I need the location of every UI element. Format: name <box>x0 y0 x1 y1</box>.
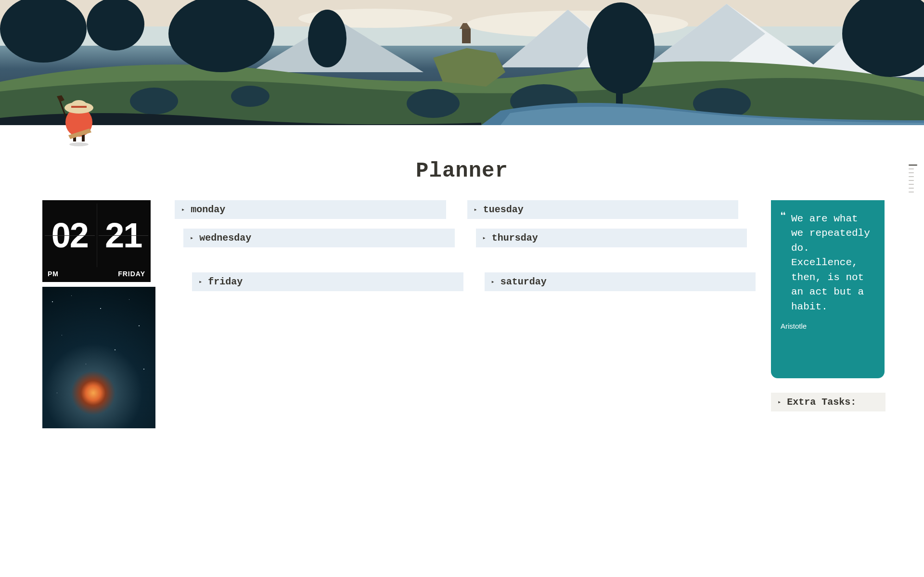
quote-author: Aristotle <box>781 322 875 330</box>
svg-rect-30 <box>82 135 85 141</box>
toggle-monday[interactable]: ▸ monday <box>175 200 446 219</box>
toggle-extra-tasks[interactable]: ▸ Extra Tasks: <box>771 393 886 411</box>
disclosure-icon: ▸ <box>190 234 193 242</box>
clock-day: FRIDAY <box>118 270 145 278</box>
day-label-tuesday: tuesday <box>483 204 524 215</box>
quote-icon: ❝ <box>780 212 786 223</box>
clock-widget: 02 21 PM FRIDAY <box>42 200 151 282</box>
page-title: Planner <box>0 159 924 183</box>
svg-point-13 <box>87 0 144 51</box>
page-outline-indicator[interactable] <box>909 165 917 192</box>
svg-point-14 <box>168 0 274 72</box>
nebula-image-widget <box>42 287 155 428</box>
quote-card: ❝ We are what we repeatedly do. Excellen… <box>771 200 885 378</box>
svg-point-12 <box>0 0 87 63</box>
svg-rect-18 <box>616 67 623 106</box>
disclosure-icon: ▸ <box>181 206 185 213</box>
day-label-saturday: saturday <box>500 276 547 287</box>
disclosure-icon: ▸ <box>474 206 477 213</box>
svg-point-21 <box>407 89 460 118</box>
disclosure-icon: ▸ <box>199 278 202 285</box>
disclosure-icon: ▸ <box>778 398 781 406</box>
extra-tasks-label: Extra Tasks: <box>787 397 856 408</box>
svg-point-15 <box>308 10 346 67</box>
day-label-wednesday: wednesday <box>199 232 251 244</box>
svg-point-31 <box>69 142 89 146</box>
svg-point-19 <box>130 88 178 115</box>
disclosure-icon: ▸ <box>483 234 486 242</box>
disclosure-icon: ▸ <box>491 278 495 285</box>
day-label-monday: monday <box>191 204 225 215</box>
day-label-thursday: thursday <box>492 232 538 244</box>
toggle-wednesday[interactable]: ▸ wednesday <box>183 229 455 247</box>
svg-rect-28 <box>71 106 87 108</box>
toggle-thursday[interactable]: ▸ thursday <box>476 229 747 247</box>
svg-point-20 <box>231 86 270 107</box>
day-label-friday: friday <box>208 276 243 287</box>
svg-rect-10 <box>462 29 471 43</box>
svg-point-27 <box>71 100 87 110</box>
cover-image <box>0 0 924 125</box>
clock-meridiem: PM <box>48 270 59 278</box>
quote-text: We are what we repeatedly do. Excellence… <box>791 212 875 314</box>
clock-minutes: 21 <box>97 201 151 270</box>
toggle-saturday[interactable]: ▸ saturday <box>485 272 756 291</box>
toggle-tuesday[interactable]: ▸ tuesday <box>467 200 739 219</box>
page-icon-character[interactable] <box>54 94 102 149</box>
toggle-friday[interactable]: ▸ friday <box>192 272 463 291</box>
clock-hours: 02 <box>43 201 97 270</box>
